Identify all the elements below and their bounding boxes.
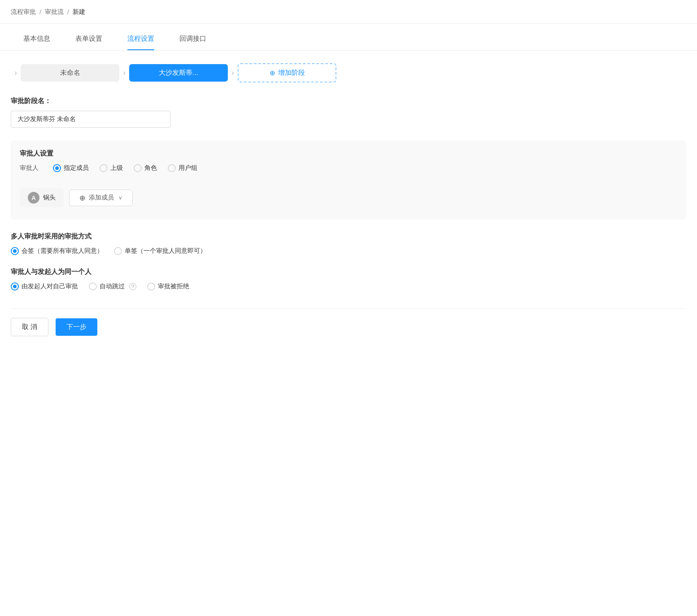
- tab-basic[interactable]: 基本信息: [11, 27, 63, 50]
- members-row: A 锅头 ⊕ 添加成员 ∨: [20, 181, 677, 216]
- radio-role-label: 角色: [144, 164, 157, 172]
- cancel-button[interactable]: 取 消: [11, 318, 48, 336]
- stage-1-button[interactable]: 未命名: [21, 64, 119, 82]
- stage-2-button[interactable]: 大沙发斯蒂...: [129, 64, 228, 82]
- radio-single-sign[interactable]: 单签（一个审批人同意即可）: [114, 247, 206, 255]
- multi-approver-title: 多人审批时采用的审批方式: [11, 232, 686, 241]
- auto-skip-help-icon[interactable]: ?: [129, 283, 136, 290]
- radio-user-group-label: 用户组: [179, 164, 197, 172]
- radio-joint-circle: [11, 247, 19, 255]
- radio-self-approve-label: 由发起人对自己审批: [22, 282, 78, 291]
- add-member-chevron-icon: ∨: [118, 195, 122, 201]
- approver-settings-title: 审批人设置: [20, 149, 677, 158]
- approver-label: 审批人: [20, 164, 39, 172]
- add-member-button[interactable]: ⊕ 添加成员 ∨: [69, 190, 133, 206]
- radio-designated-circle: [53, 164, 61, 172]
- member-guotou[interactable]: A 锅头: [20, 188, 64, 207]
- breadcrumb-item-2[interactable]: 审批流: [45, 8, 64, 16]
- stage-arrow-1: ›: [11, 68, 21, 78]
- approver-settings-section: 审批人设置 审批人 指定成员 上级 角色 用户组: [11, 140, 686, 220]
- add-stage-label: 增加阶段: [278, 69, 305, 77]
- multi-approver-options: 会签（需要所有审批人同意） 单签（一个审批人同意即可）: [11, 247, 686, 255]
- stage-arrow-3: ›: [228, 68, 238, 78]
- same-person-title: 审批人与发起人为同一个人: [11, 268, 686, 276]
- radio-rejected-label: 审批被拒绝: [158, 282, 189, 291]
- radio-joint-sign[interactable]: 会签（需要所有审批人同意）: [11, 247, 103, 255]
- radio-auto-skip[interactable]: 自动跳过 ?: [89, 282, 136, 291]
- radio-joint-label: 会签（需要所有审批人同意）: [22, 247, 103, 255]
- radio-superior-circle: [100, 164, 108, 172]
- radio-auto-skip-circle: [89, 282, 97, 291]
- tabs-bar: 基本信息 表单设置 流程设置 回调接口: [0, 27, 697, 51]
- radio-auto-skip-label: 自动跳过: [100, 282, 125, 291]
- radio-superior[interactable]: 上级: [100, 164, 123, 172]
- stage-row: › 未命名 › 大沙发斯蒂... › ⊕ 增加阶段: [11, 63, 686, 82]
- tab-process[interactable]: 流程设置: [115, 27, 167, 50]
- multi-approver-section: 多人审批时采用的审批方式 会签（需要所有审批人同意） 单签（一个审批人同意即可）: [11, 232, 686, 255]
- stage-name-label: 审批阶段名：: [11, 97, 686, 105]
- next-button[interactable]: 下一步: [56, 318, 97, 336]
- member-name: 锅头: [43, 194, 56, 202]
- radio-role[interactable]: 角色: [134, 164, 157, 172]
- radio-single-circle: [114, 247, 122, 255]
- breadcrumb-item-1[interactable]: 流程审批: [11, 8, 36, 16]
- radio-superior-label: 上级: [110, 164, 123, 172]
- radio-designated-label: 指定成员: [64, 164, 89, 172]
- tab-callback[interactable]: 回调接口: [167, 27, 219, 50]
- add-stage-plus-icon: ⊕: [270, 69, 275, 77]
- add-member-label: 添加成员: [89, 194, 114, 202]
- breadcrumb-current: 新建: [73, 8, 85, 16]
- radio-self-approve-circle: [11, 282, 19, 291]
- approver-type-row: 审批人 指定成员 上级 角色 用户组: [20, 164, 677, 172]
- add-stage-button[interactable]: ⊕ 增加阶段: [238, 63, 336, 82]
- radio-user-group[interactable]: 用户组: [168, 164, 197, 172]
- radio-role-circle: [134, 164, 142, 172]
- breadcrumb: 流程审批 / 审批流 / 新建: [0, 0, 697, 24]
- breadcrumb-sep-2: /: [67, 9, 69, 16]
- add-member-plus-icon: ⊕: [79, 194, 85, 202]
- tab-form[interactable]: 表单设置: [63, 27, 115, 50]
- bottom-buttons: 取 消 下一步: [11, 308, 686, 336]
- stage-name-input[interactable]: [11, 111, 170, 128]
- radio-rejected-circle: [147, 282, 155, 291]
- member-avatar: A: [28, 192, 39, 204]
- radio-self-approve[interactable]: 由发起人对自己审批: [11, 282, 78, 291]
- main-content: › 未命名 › 大沙发斯蒂... › ⊕ 增加阶段 审批阶段名： 审批人设置 审…: [0, 51, 697, 349]
- radio-user-group-circle: [168, 164, 176, 172]
- radio-single-label: 单签（一个审批人同意即可）: [125, 247, 206, 255]
- radio-rejected[interactable]: 审批被拒绝: [147, 282, 189, 291]
- stage-arrow-2: ›: [119, 68, 129, 78]
- breadcrumb-sep-1: /: [39, 9, 41, 16]
- same-person-options: 由发起人对自己审批 自动跳过 ? 审批被拒绝: [11, 282, 686, 291]
- same-person-section: 审批人与发起人为同一个人 由发起人对自己审批 自动跳过 ? 审批被拒绝: [11, 268, 686, 291]
- radio-designated[interactable]: 指定成员: [53, 164, 89, 172]
